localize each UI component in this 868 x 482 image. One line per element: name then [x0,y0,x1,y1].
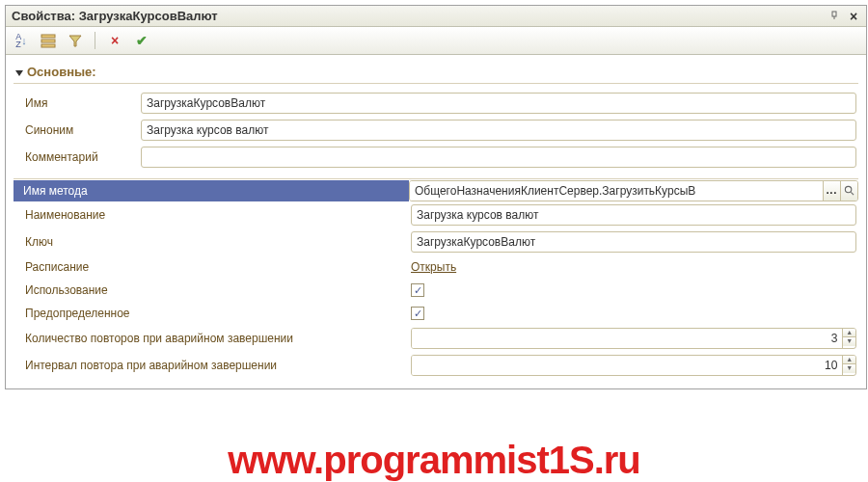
svg-point-6 [845,186,851,192]
checkbox-usage[interactable]: ✓ [411,283,424,297]
schedule-open-link[interactable]: Открыть [411,260,456,274]
titlebar-controls: × [827,10,860,23]
row-name: Имя [14,90,858,117]
select-button[interactable]: ... [823,181,840,201]
label-name: Имя [15,96,141,110]
row-schedule: Расписание Открыть [14,255,858,279]
row-synonym: Синоним [14,117,858,144]
close-icon[interactable]: × [847,10,860,23]
categorize-button[interactable] [39,31,58,50]
svg-rect-4 [41,44,55,47]
label-schedule: Расписание [15,260,411,274]
spin-up-icon[interactable]: ▲ [843,356,855,364]
titlebar: Свойства: ЗагрузкаКурсовВалют × [6,6,866,27]
spinner-retry-count: ▲ ▼ [842,329,855,348]
toolbar-separator [95,32,95,49]
label-method-name: Имя метода [14,180,409,201]
row-method-name: Имя метода ... [14,178,858,201]
input-method-name[interactable] [410,181,823,201]
spinner-retry-interval: ▲ ▼ [842,356,855,375]
properties-panel: Свойства: ЗагрузкаКурсовВалют × AZ↓ × ✔ … [5,5,867,389]
svg-rect-3 [41,40,55,42]
input-key[interactable] [411,231,856,253]
label-synonym: Синоним [15,123,141,137]
label-key: Ключ [15,235,411,249]
toolbar: AZ↓ × ✔ [6,27,866,55]
search-icon[interactable] [840,181,857,201]
spin-down-icon[interactable]: ▼ [843,364,855,373]
pin-icon[interactable] [827,10,841,23]
window-title: Свойства: ЗагрузкаКурсовВалют [12,9,218,23]
row-predefined: Предопределенное ✓ [14,302,858,325]
sort-az-button[interactable]: AZ↓ [12,31,31,50]
row-usage: Использование ✓ [14,279,858,302]
row-title: Наименование [14,201,858,228]
svg-line-7 [851,192,854,195]
svg-marker-5 [69,36,81,46]
label-title: Наименование [15,208,411,222]
svg-rect-2 [41,35,55,38]
row-comment: Комментарий [14,144,858,171]
row-key: Ключ [14,228,858,255]
filter-button[interactable] [66,31,85,50]
label-predefined: Предопределенное [15,307,411,320]
label-usage: Использование [15,283,411,297]
input-retry-interval[interactable] [412,356,842,375]
spin-up-icon[interactable]: ▲ [843,329,855,337]
apply-button[interactable]: ✔ [132,31,151,50]
label-retry-count: Количество повторов при аварийном заверш… [15,332,411,345]
input-comment[interactable] [141,147,856,168]
section-main-header[interactable]: Основные: [14,61,858,84]
input-retry-count[interactable] [412,329,842,348]
checkbox-predefined[interactable]: ✓ [411,307,424,320]
row-retry-count: Количество повторов при аварийном заверш… [14,325,858,352]
spin-down-icon[interactable]: ▼ [843,337,855,346]
input-synonym[interactable] [141,120,856,141]
label-comment: Комментарий [15,150,141,164]
panel-body: Основные: Имя Синоним Комментарий Имя ме… [6,55,866,388]
label-retry-interval: Интервал повтора при аварийном завершени… [15,359,411,372]
input-title[interactable] [411,204,856,226]
input-name[interactable] [141,93,856,114]
caret-down-icon [15,70,23,76]
row-retry-interval: Интервал повтора при аварийном завершени… [14,352,858,379]
watermark-text: www.programmist1S.ru [228,439,640,482]
svg-rect-0 [832,12,836,16]
cancel-button[interactable]: × [105,31,124,50]
